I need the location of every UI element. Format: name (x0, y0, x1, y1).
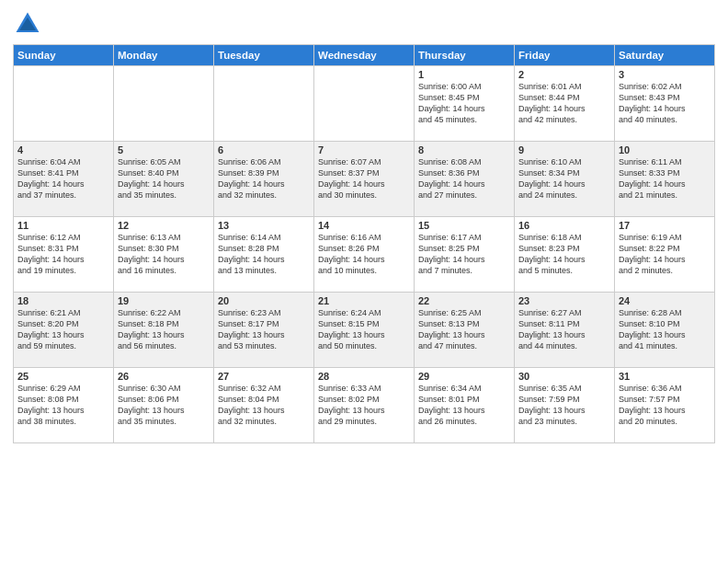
day-number: 21 (318, 295, 410, 306)
calendar-cell: 29Sunrise: 6:34 AM Sunset: 8:01 PM Dayli… (415, 368, 515, 443)
day-info: Sunrise: 6:01 AM Sunset: 8:44 PM Dayligh… (518, 81, 610, 126)
calendar-table: SundayMondayTuesdayWednesdayThursdayFrid… (13, 44, 715, 443)
day-info: Sunrise: 6:30 AM Sunset: 8:06 PM Dayligh… (118, 383, 210, 428)
day-number: 20 (218, 295, 310, 306)
day-info: Sunrise: 6:13 AM Sunset: 8:30 PM Dayligh… (118, 232, 210, 277)
day-number: 24 (619, 295, 711, 306)
calendar-cell: 28Sunrise: 6:33 AM Sunset: 8:02 PM Dayli… (314, 368, 415, 443)
day-info: Sunrise: 6:25 AM Sunset: 8:13 PM Dayligh… (418, 307, 510, 352)
day-info: Sunrise: 6:00 AM Sunset: 8:45 PM Dayligh… (418, 81, 510, 126)
calendar-cell: 20Sunrise: 6:23 AM Sunset: 8:17 PM Dayli… (214, 293, 314, 368)
calendar-cell: 13Sunrise: 6:14 AM Sunset: 8:28 PM Dayli… (214, 217, 314, 293)
calendar-cell: 18Sunrise: 6:21 AM Sunset: 8:20 PM Dayli… (14, 293, 114, 368)
day-number: 29 (418, 371, 510, 382)
day-number: 1 (418, 69, 510, 80)
week-row-4: 18Sunrise: 6:21 AM Sunset: 8:20 PM Dayli… (14, 293, 715, 368)
calendar-cell: 10Sunrise: 6:11 AM Sunset: 8:33 PM Dayli… (615, 142, 715, 217)
weekday-header-sunday: Sunday (14, 45, 114, 66)
day-info: Sunrise: 6:27 AM Sunset: 8:11 PM Dayligh… (518, 307, 610, 352)
day-number: 17 (619, 220, 711, 231)
calendar-cell: 5Sunrise: 6:05 AM Sunset: 8:40 PM Daylig… (114, 142, 214, 217)
weekday-header-saturday: Saturday (615, 45, 715, 66)
page: SundayMondayTuesdayWednesdayThursdayFrid… (0, 0, 728, 563)
day-info: Sunrise: 6:07 AM Sunset: 8:37 PM Dayligh… (318, 156, 410, 201)
day-info: Sunrise: 6:34 AM Sunset: 8:01 PM Dayligh… (418, 383, 510, 428)
weekday-header-row: SundayMondayTuesdayWednesdayThursdayFrid… (14, 45, 715, 66)
calendar-cell: 24Sunrise: 6:28 AM Sunset: 8:10 PM Dayli… (615, 293, 715, 368)
day-number: 5 (118, 144, 210, 155)
calendar-cell (14, 66, 114, 142)
day-info: Sunrise: 6:18 AM Sunset: 8:23 PM Dayligh… (518, 232, 610, 277)
day-info: Sunrise: 6:35 AM Sunset: 7:59 PM Dayligh… (518, 383, 610, 428)
day-number: 2 (518, 69, 610, 80)
calendar-cell: 3Sunrise: 6:02 AM Sunset: 8:43 PM Daylig… (615, 66, 715, 142)
weekday-header-monday: Monday (114, 45, 214, 66)
day-info: Sunrise: 6:05 AM Sunset: 8:40 PM Dayligh… (118, 156, 210, 201)
day-number: 30 (518, 371, 610, 382)
calendar-cell: 22Sunrise: 6:25 AM Sunset: 8:13 PM Dayli… (415, 293, 515, 368)
calendar-cell (214, 66, 314, 142)
day-info: Sunrise: 6:29 AM Sunset: 8:08 PM Dayligh… (17, 383, 109, 428)
day-number: 19 (118, 295, 210, 306)
day-number: 12 (118, 220, 210, 231)
weekday-header-thursday: Thursday (415, 45, 515, 66)
calendar-cell (314, 66, 415, 142)
day-number: 31 (619, 371, 711, 382)
day-info: Sunrise: 6:22 AM Sunset: 8:18 PM Dayligh… (118, 307, 210, 352)
calendar-cell: 15Sunrise: 6:17 AM Sunset: 8:25 PM Dayli… (415, 217, 515, 293)
day-info: Sunrise: 6:10 AM Sunset: 8:34 PM Dayligh… (518, 156, 610, 201)
day-info: Sunrise: 6:06 AM Sunset: 8:39 PM Dayligh… (218, 156, 310, 201)
day-number: 14 (318, 220, 410, 231)
day-number: 7 (318, 144, 410, 155)
weekday-header-tuesday: Tuesday (214, 45, 314, 66)
day-info: Sunrise: 6:19 AM Sunset: 8:22 PM Dayligh… (619, 232, 711, 277)
calendar-cell: 27Sunrise: 6:32 AM Sunset: 8:04 PM Dayli… (214, 368, 314, 443)
weekday-header-friday: Friday (515, 45, 615, 66)
day-info: Sunrise: 6:32 AM Sunset: 8:04 PM Dayligh… (218, 383, 310, 428)
calendar-cell: 19Sunrise: 6:22 AM Sunset: 8:18 PM Dayli… (114, 293, 214, 368)
day-number: 25 (17, 371, 109, 382)
day-info: Sunrise: 6:02 AM Sunset: 8:43 PM Dayligh… (619, 81, 711, 126)
day-number: 9 (518, 144, 610, 155)
day-info: Sunrise: 6:16 AM Sunset: 8:26 PM Dayligh… (318, 232, 410, 277)
day-info: Sunrise: 6:21 AM Sunset: 8:20 PM Dayligh… (17, 307, 109, 352)
day-number: 3 (619, 69, 711, 80)
calendar-cell: 12Sunrise: 6:13 AM Sunset: 8:30 PM Dayli… (114, 217, 214, 293)
week-row-1: 1Sunrise: 6:00 AM Sunset: 8:45 PM Daylig… (14, 66, 715, 142)
day-number: 8 (418, 144, 510, 155)
day-info: Sunrise: 6:08 AM Sunset: 8:36 PM Dayligh… (418, 156, 510, 201)
calendar-cell: 11Sunrise: 6:12 AM Sunset: 8:31 PM Dayli… (14, 217, 114, 293)
calendar-cell: 26Sunrise: 6:30 AM Sunset: 8:06 PM Dayli… (114, 368, 214, 443)
day-number: 15 (418, 220, 510, 231)
day-number: 18 (17, 295, 109, 306)
calendar-cell: 7Sunrise: 6:07 AM Sunset: 8:37 PM Daylig… (314, 142, 415, 217)
weekday-header-wednesday: Wednesday (314, 45, 415, 66)
day-info: Sunrise: 6:36 AM Sunset: 7:57 PM Dayligh… (619, 383, 711, 428)
calendar-cell: 8Sunrise: 6:08 AM Sunset: 8:36 PM Daylig… (415, 142, 515, 217)
calendar-cell: 9Sunrise: 6:10 AM Sunset: 8:34 PM Daylig… (515, 142, 615, 217)
calendar-cell (114, 66, 214, 142)
day-number: 28 (318, 371, 410, 382)
calendar-cell: 14Sunrise: 6:16 AM Sunset: 8:26 PM Dayli… (314, 217, 415, 293)
week-row-3: 11Sunrise: 6:12 AM Sunset: 8:31 PM Dayli… (14, 217, 715, 293)
day-info: Sunrise: 6:23 AM Sunset: 8:17 PM Dayligh… (218, 307, 310, 352)
day-number: 6 (218, 144, 310, 155)
calendar-cell: 25Sunrise: 6:29 AM Sunset: 8:08 PM Dayli… (14, 368, 114, 443)
day-number: 27 (218, 371, 310, 382)
day-number: 23 (518, 295, 610, 306)
calendar-cell: 4Sunrise: 6:04 AM Sunset: 8:41 PM Daylig… (14, 142, 114, 217)
day-number: 4 (17, 144, 109, 155)
calendar-cell: 16Sunrise: 6:18 AM Sunset: 8:23 PM Dayli… (515, 217, 615, 293)
day-info: Sunrise: 6:24 AM Sunset: 8:15 PM Dayligh… (318, 307, 410, 352)
day-info: Sunrise: 6:28 AM Sunset: 8:10 PM Dayligh… (619, 307, 711, 352)
calendar-cell: 1Sunrise: 6:00 AM Sunset: 8:45 PM Daylig… (415, 66, 515, 142)
day-number: 13 (218, 220, 310, 231)
day-info: Sunrise: 6:33 AM Sunset: 8:02 PM Dayligh… (318, 383, 410, 428)
logo-icon (13, 9, 42, 39)
week-row-2: 4Sunrise: 6:04 AM Sunset: 8:41 PM Daylig… (14, 142, 715, 217)
day-info: Sunrise: 6:14 AM Sunset: 8:28 PM Dayligh… (218, 232, 310, 277)
day-info: Sunrise: 6:04 AM Sunset: 8:41 PM Dayligh… (17, 156, 109, 201)
calendar-cell: 2Sunrise: 6:01 AM Sunset: 8:44 PM Daylig… (515, 66, 615, 142)
calendar-cell: 17Sunrise: 6:19 AM Sunset: 8:22 PM Dayli… (615, 217, 715, 293)
day-info: Sunrise: 6:12 AM Sunset: 8:31 PM Dayligh… (17, 232, 109, 277)
